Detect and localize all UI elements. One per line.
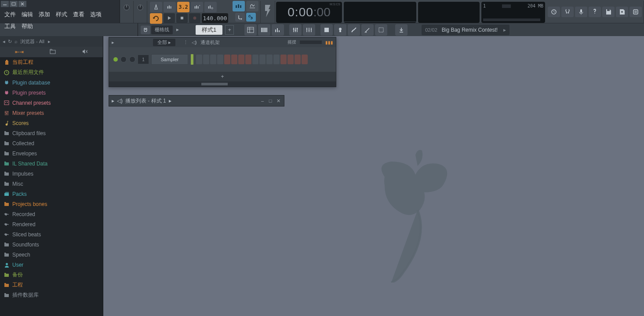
browser-item-4[interactable]: Channel presets <box>0 98 103 108</box>
tool-select-button[interactable] <box>375 24 387 36</box>
tempo-display[interactable]: 140.000 <box>202 13 228 23</box>
browser-item-7[interactable]: Clipboard files <box>0 128 103 138</box>
playlist-button[interactable] <box>244 24 257 36</box>
channel-mute-led[interactable] <box>113 57 118 62</box>
browser-item-15[interactable]: Recorded <box>0 209 103 219</box>
master-volume-knob[interactable] <box>122 1 131 14</box>
snap-magnet-button[interactable] <box>141 26 150 34</box>
visualizer[interactable] <box>344 2 416 23</box>
browser-item-3[interactable]: Plugin presets <box>0 88 103 98</box>
browser-item-1[interactable]: 最近所用文件 <box>0 67 103 77</box>
stop-button[interactable] <box>176 13 188 23</box>
swing-slider[interactable] <box>300 40 322 44</box>
download-plugin-button[interactable] <box>395 24 408 36</box>
wait-input-button[interactable] <box>164 2 176 12</box>
channel-number[interactable]: 1 <box>138 55 149 64</box>
browser-list[interactable]: 当前工程最近所用文件Plugin databasePlugin presetsC… <box>0 57 103 316</box>
settings-button[interactable] <box>629 7 642 17</box>
menu-view[interactable]: 查看 <box>70 9 87 20</box>
browser-item-5[interactable]: Mixer presets <box>0 108 103 118</box>
search-icon[interactable]: ⌕ <box>15 39 18 44</box>
browser-item-18[interactable]: Soundfonts <box>0 239 103 250</box>
browser-item-16[interactable]: Rendered <box>0 219 103 229</box>
channel-row[interactable]: 1 Sampler <box>113 53 331 66</box>
menu-file[interactable]: 文件 <box>2 9 18 20</box>
overdub-button[interactable]: + <box>191 2 203 12</box>
output-monitor[interactable] <box>418 2 480 23</box>
browser-item-10[interactable]: IL Shared Data <box>0 158 103 169</box>
pl-maximize-button[interactable]: □ <box>267 98 273 104</box>
tool-notes-button[interactable] <box>320 24 333 36</box>
channel-name[interactable]: Sampler <box>151 54 188 65</box>
time-display[interactable]: M:S:CS 0:00:00 <box>276 2 342 23</box>
menu-add[interactable]: 添加 <box>36 9 53 20</box>
export-button[interactable] <box>616 7 628 17</box>
channel-rack-window[interactable]: ▸ 全部 ▸ ⋮ ◁) 通道机架 摇摆 ▮▮▮ 1 Sampler <box>109 37 336 87</box>
menu-options[interactable]: 选项 <box>87 9 104 20</box>
maximize-button[interactable] <box>10 1 18 7</box>
browser-item-13[interactable]: Packs <box>0 189 103 199</box>
piano-roll-button[interactable] <box>258 24 270 36</box>
menu-edit[interactable]: 编辑 <box>19 9 36 20</box>
add-channel-button[interactable]: + <box>109 72 336 81</box>
channel-vol-knob[interactable] <box>129 56 135 62</box>
pl-menu-icon[interactable]: ▸ <box>112 98 114 104</box>
channel-pan-knob[interactable] <box>120 56 127 62</box>
render-button[interactable] <box>262 1 273 22</box>
tool-slice-button[interactable] <box>361 24 374 36</box>
browser-item-9[interactable]: Envelopes <box>0 148 103 158</box>
close-button[interactable] <box>18 1 26 7</box>
browser-item-17[interactable]: Sliced beats <box>0 229 103 239</box>
browser-item-20[interactable]: User <box>0 260 103 270</box>
browser-item-6[interactable]: Scores <box>0 118 103 128</box>
playlist-window[interactable]: ▸ ◁) 播放列表 - 样式 1 ▸ – □ ✕ <box>109 95 284 107</box>
new-folder-icon[interactable] <box>50 49 56 55</box>
save-new-version-button[interactable] <box>561 7 574 17</box>
channel-rack-button[interactable] <box>272 24 284 36</box>
browser-item-11[interactable]: Impulses <box>0 169 103 179</box>
fwd-icon[interactable]: ↻ <box>8 39 12 44</box>
pattern-song-toggle[interactable] <box>150 13 162 24</box>
minimize-button[interactable] <box>1 1 9 7</box>
link-button[interactable] <box>246 13 256 22</box>
loop-record-button[interactable] <box>204 2 217 12</box>
metronome-button[interactable] <box>150 2 162 12</box>
snap-select[interactable]: 栅格线 <box>151 26 173 34</box>
record-audio-button[interactable] <box>575 7 587 17</box>
browser-header[interactable]: ◂ ↻ ⌕ 浏览器 - All ▸ <box>0 36 103 47</box>
browser-item-12[interactable]: Misc <box>0 179 103 189</box>
browser-item-8[interactable]: Collected <box>0 138 103 148</box>
master-pitch-knob[interactable] <box>135 1 145 14</box>
browser-item-21[interactable]: 备份 <box>0 270 103 280</box>
pl-minimize-button[interactable]: – <box>259 98 266 104</box>
browser-item-19[interactable]: Speech <box>0 250 103 260</box>
undo-history-button[interactable] <box>548 7 560 17</box>
cr-menu-icon[interactable]: ▸ <box>112 40 114 45</box>
collapse-icon[interactable]: ⇤⇥ <box>15 49 24 55</box>
pattern-selector[interactable]: 样式1 <box>196 25 222 35</box>
pl-speaker-icon[interactable]: ◁) <box>117 98 123 104</box>
step-sequencer[interactable] <box>196 55 308 64</box>
cr-filter-select[interactable]: 全部 ▸ <box>153 39 175 46</box>
tool-light-button[interactable] <box>334 24 346 36</box>
cr-grid-icon[interactable]: ▮▮▮ <box>325 40 333 45</box>
chevron-right-icon[interactable]: ▸ <box>48 39 51 44</box>
pl-close-button[interactable]: ✕ <box>275 98 281 104</box>
browser-item-22[interactable]: 工程 <box>0 280 103 290</box>
countdown-button[interactable]: 3.2 <box>177 2 189 12</box>
typing-kbd-button[interactable] <box>235 13 245 22</box>
cr-scrollbar[interactable] <box>109 81 336 87</box>
info-button[interactable] <box>589 7 601 17</box>
save-button[interactable] <box>602 7 615 17</box>
step-seq-button[interactable] <box>233 1 245 11</box>
record-button[interactable] <box>189 13 200 23</box>
tool-brush-button[interactable] <box>348 24 360 36</box>
play-button[interactable] <box>164 13 175 23</box>
browser-item-0[interactable]: 当前工程 <box>0 57 103 67</box>
menu-patterns[interactable]: 样式 <box>53 9 70 20</box>
controllers-button[interactable] <box>303 24 315 36</box>
back-icon[interactable]: ◂ <box>3 39 5 44</box>
news-bar[interactable]: 02/02 Big Bag Remix Contest! ▸ <box>422 25 509 35</box>
browser-item-23[interactable]: 插件数据库 <box>0 290 103 300</box>
pattern-play-icon[interactable] <box>175 26 181 34</box>
